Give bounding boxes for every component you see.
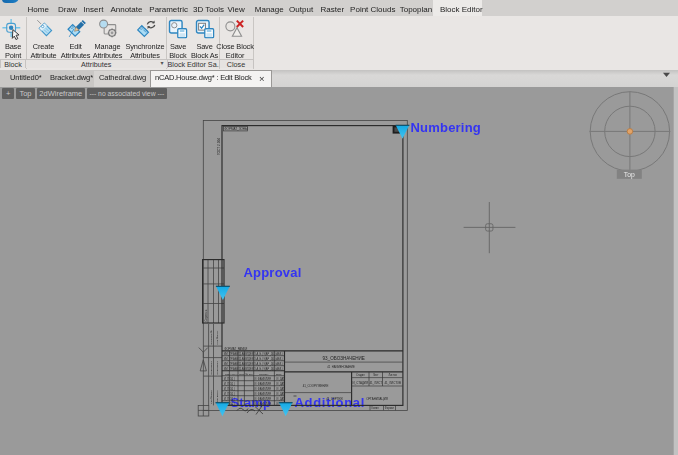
svg-text:Формат: Формат	[385, 406, 395, 410]
svg-text:И_ДАТ: И_ДАТ	[277, 377, 286, 381]
svg-text:Лист: Лист	[239, 373, 245, 376]
svg-text:И_ПОД_): И_ПОД_)	[224, 392, 235, 396]
svg-text:Взам.инв.№: Взам.инв.№	[210, 330, 213, 344]
svg-text:И_ФАМИЛИЯ: И_ФАМИЛИЯ	[255, 377, 272, 381]
svg-text:Стадия: Стадия	[356, 373, 365, 377]
svg-text:Дата: Дата	[276, 373, 282, 376]
svg-text:Кол.уч: Кол.уч	[231, 373, 239, 376]
svg-text:И_ПОД_): И_ПОД_)	[224, 387, 235, 391]
svg-text:И_ДАТ: И_ДАТ	[277, 382, 286, 386]
svg-text:93_ОБОЗНАЧЕНИЕ: 93_ОБОЗНАЧЕНИЕ	[323, 356, 365, 361]
svg-text:И_ДАТ: И_ДАТ	[277, 387, 286, 391]
svg-text:Копия: Копия	[372, 406, 380, 410]
svg-text:Top: Top	[624, 171, 635, 179]
svg-text:Инв.№подл.: Инв.№подл.	[210, 390, 213, 404]
svg-text:ФОРМАТ_РАМКИ: ФОРМАТ_РАМКИ	[224, 347, 247, 351]
svg-text:Листов: Листов	[388, 373, 397, 377]
svg-text:№ док.: № док.	[246, 373, 254, 376]
svg-text:41_ЛИСТОВ: 41_ЛИСТОВ	[384, 381, 401, 385]
svg-text:Подпись: Подпись	[259, 373, 269, 376]
svg-text:И_СТАДИЯ: И_СТАДИЯ	[353, 381, 369, 385]
svg-text:41_НАИМЕНОВАНИЕ: 41_НАИМЕНОВАНИЕ	[327, 365, 355, 369]
svg-text:И_ФАМИЛИЯ: И_ФАМИЛИЯ	[255, 392, 272, 396]
svg-text:Инв.№дубл.: Инв.№дубл.	[216, 330, 219, 344]
svg-text:И_ДАТ: И_ДАТ	[277, 392, 286, 396]
svg-text:Подп.идата: Подп.идата	[210, 361, 213, 375]
svg-text:41_ЛИСТ: 41_ЛИСТ	[369, 381, 382, 385]
svg-text:ФОРМАТ_ЗОНЫ: ФОРМАТ_ЗОНЫ	[224, 127, 248, 131]
svg-text:ИМ_ПР.АБВГД.АБВГДЕЖЗ.А_Б.) 9(А: ИМ_ПР.АБВГД.АБВГДЕЖЗ.А_Б.) 9(АР_Д6.) АБ8…	[224, 362, 283, 366]
svg-text:И_ФАМИЛИЯ: И_ФАМИЛИЯ	[255, 382, 272, 386]
svg-text:ИМ_ПР.АБВГД.АБВГДЕЖЗ.А_Б.) 9(А: ИМ_ПР.АБВГД.АБВГДЕЖЗ.А_Б.) 9(АР_Д6.) АБ8…	[224, 367, 283, 371]
svg-text:И_ДАТ: И_ДАТ	[277, 397, 286, 401]
svg-text:Изм: Изм	[225, 373, 230, 376]
svg-text:И_ФАМИЛИЯ: И_ФАМИЛИЯ	[255, 402, 272, 406]
svg-text:ГОСТ 2.104: ГОСТ 2.104	[217, 138, 221, 155]
svg-text:ИМ_ПР.АБВГД.АБВГДЕЖЗ.А_Б.) 9(А: ИМ_ПР.АБВГД.АБВГДЕЖЗ.А_Б.) 9(АР_Д6.) АБ8…	[224, 357, 283, 361]
svg-text:41_СООРУЖЕНИЕ: 41_СООРУЖЕНИЕ	[303, 384, 329, 388]
svg-text:Подп.идата: Подп.идата	[216, 390, 219, 404]
svg-text:Справ.№: Справ.№	[204, 310, 208, 322]
svg-text:И_ФАМИЛИЯ: И_ФАМИЛИЯ	[255, 397, 272, 401]
svg-text:И_ПОД_): И_ПОД_)	[224, 382, 235, 386]
svg-text:Лист: Лист	[373, 373, 379, 377]
svg-text:И_ФАМИЛИЯ: И_ФАМИЛИЯ	[255, 387, 272, 391]
svg-text:Подп.идата: Подп.идата	[216, 361, 219, 375]
svg-text:ИМ_ПР.АБВГД.АБВГДЕЖЗ.А_Б.) 9(А: ИМ_ПР.АБВГД.АБВГДЕЖЗ.А_Б.) 9(АР_Д6.) АБ8…	[224, 352, 283, 356]
svg-text:И_ПОД_): И_ПОД_)	[224, 377, 235, 381]
svg-text:И_ПОД_): И_ПОД_)	[224, 397, 235, 401]
svg-text:ОРГАНИЗАЦИЯ: ОРГАНИЗАЦИЯ	[366, 397, 388, 401]
svg-text:41_ЧЕРТЕЖ: 41_ЧЕРТЕЖ	[326, 397, 343, 401]
